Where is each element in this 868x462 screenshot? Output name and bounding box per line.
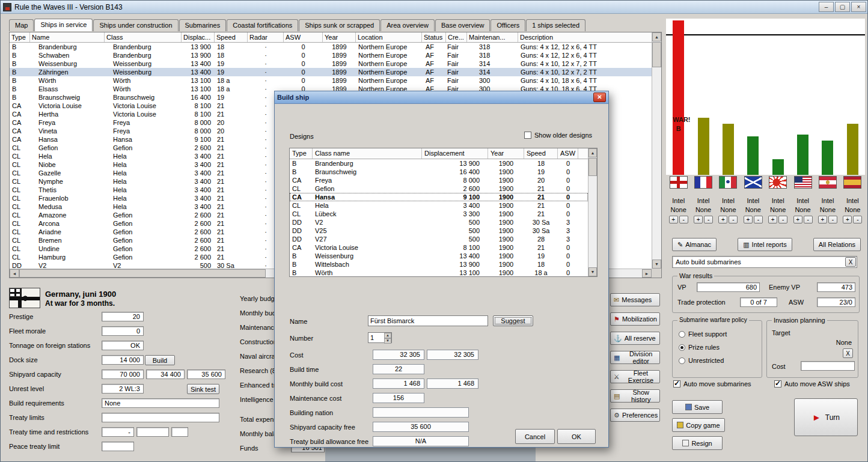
auto-build-close-button[interactable]: X bbox=[845, 257, 856, 267]
relation-plus-button[interactable]: + bbox=[793, 216, 802, 223]
ship-name-input[interactable] bbox=[368, 315, 488, 326]
col-speed[interactable]: Speed bbox=[215, 32, 248, 42]
design-row[interactable]: B Weissenburg 13 400 1900 19 0 bbox=[290, 252, 588, 260]
col-speed[interactable]: Speed bbox=[524, 148, 558, 159]
relation-minus-button[interactable]: - bbox=[804, 216, 813, 223]
minimize-button[interactable]: – bbox=[819, 2, 834, 12]
scroll-down-icon[interactable]: ▼ bbox=[588, 267, 597, 276]
invasion-clear-button[interactable]: X bbox=[843, 348, 853, 358]
ship-table-row[interactable]: B Wörth Wörth 13 100 18 a · 0 1899 North… bbox=[10, 76, 652, 85]
intel-link[interactable]: Intel bbox=[722, 197, 735, 204]
design-row[interactable]: DD V25 500 1900 30 Sa 3 bbox=[290, 226, 588, 235]
design-row[interactable]: CL Gefion 2 600 1900 21 0 bbox=[290, 184, 588, 193]
scrollbar-thumb[interactable] bbox=[19, 269, 266, 278]
design-row[interactable]: CL Lübeck 3 300 1900 21 0 bbox=[290, 210, 588, 218]
tab-ships-sunk-or-scrapped[interactable]: Ships sunk or scrapped bbox=[299, 19, 380, 31]
design-row[interactable]: DD V2 500 1900 30 Sa 3 bbox=[290, 218, 588, 226]
suggest-button[interactable]: Suggest bbox=[493, 315, 533, 326]
col-type[interactable]: Type bbox=[10, 32, 30, 42]
relation-minus-button[interactable]: - bbox=[778, 216, 787, 223]
resign-button[interactable]: Resign bbox=[672, 436, 723, 450]
almanac-button[interactable]: ✎ Almanac bbox=[672, 238, 717, 251]
tab-ships-under-construction[interactable]: Ships under construction bbox=[93, 19, 178, 31]
ok-button[interactable]: OK bbox=[557, 429, 596, 444]
tab-area-overview[interactable]: Area overview bbox=[381, 19, 435, 31]
tab-coastal-fortifications[interactable]: Coastal fortifications bbox=[227, 19, 298, 31]
design-row[interactable]: B Wittelsbach 13 900 1900 18 0 bbox=[290, 260, 588, 269]
close-button[interactable]: × bbox=[851, 2, 866, 12]
col-asw[interactable]: ASW bbox=[558, 148, 578, 159]
ship-table-row[interactable]: B Weissenburg Weissenburg 13 400 19 · 0 … bbox=[10, 59, 652, 68]
intel-reports-button[interactable]: ▥ Intel reports bbox=[738, 238, 792, 251]
radio-fleet-support[interactable]: Fleet support bbox=[679, 330, 727, 338]
relation-minus-button[interactable]: - bbox=[754, 216, 763, 223]
show-older-designs-checkbox[interactable]: Show older designs bbox=[524, 132, 592, 139]
number-input[interactable] bbox=[368, 333, 384, 342]
intel-link[interactable]: Intel bbox=[672, 197, 685, 204]
col-type[interactable]: Type bbox=[290, 148, 313, 159]
all-reserve-button[interactable]: ⚓ All reserve bbox=[610, 332, 660, 345]
radio-icon[interactable] bbox=[679, 344, 685, 351]
stepper-up-icon[interactable]: ▲ bbox=[384, 333, 391, 338]
design-row[interactable]: B Wörth 13 100 1900 18 a 0 bbox=[290, 269, 588, 276]
relation-plus-button[interactable]: + bbox=[694, 216, 703, 223]
all-relations-button[interactable]: All Relations bbox=[813, 238, 861, 251]
tab-ships-in-service[interactable]: Ships in service bbox=[34, 19, 93, 31]
relation-plus-button[interactable]: + bbox=[843, 216, 852, 223]
copy-game-button[interactable]: Copy game bbox=[672, 418, 725, 432]
intel-link[interactable]: Intel bbox=[796, 197, 809, 204]
design-row[interactable]: B Brandenburg 13 900 1900 18 0 bbox=[290, 159, 588, 168]
designs-scrollbar[interactable]: ▲ ▼ bbox=[588, 148, 597, 276]
dialog-close-icon[interactable]: ✕ bbox=[593, 93, 606, 102]
tab-officers[interactable]: Officers bbox=[491, 19, 525, 31]
col-displacement[interactable]: Displacement bbox=[422, 148, 488, 159]
checkbox-icon[interactable] bbox=[774, 380, 781, 388]
relation-minus-button[interactable]: - bbox=[853, 216, 862, 223]
restore-button[interactable]: ▢ bbox=[835, 2, 850, 12]
scroll-left-icon[interactable]: ◄ bbox=[10, 269, 19, 278]
col-class-name[interactable]: Class name bbox=[313, 148, 422, 159]
design-row[interactable]: CA Freya 8 000 1900 20 0 bbox=[290, 176, 588, 184]
vertical-scrollbar[interactable]: ▲ ▼ bbox=[652, 32, 661, 269]
col-radar[interactable]: Radar bbox=[248, 32, 284, 42]
relation-minus-button[interactable]: - bbox=[729, 216, 738, 223]
ship-table-row[interactable]: B Brandenburg Brandenburg 13 900 18 · 0 … bbox=[10, 43, 652, 51]
checkbox-icon[interactable] bbox=[524, 132, 531, 139]
auto-move-asw-checkbox[interactable]: Auto move ASW ships bbox=[774, 380, 850, 388]
relation-plus-button[interactable]: + bbox=[744, 216, 753, 223]
ship-table-row[interactable]: B Zähringen Weissenburg 13 400 19 · 0 18… bbox=[10, 68, 652, 76]
mobilization-button[interactable]: ⚑ Mobilization bbox=[610, 312, 660, 326]
design-row[interactable]: CA Hansa 9 100 1900 21 0 bbox=[290, 193, 588, 201]
scroll-down-icon[interactable]: ▼ bbox=[652, 260, 661, 269]
scrollbar-thumb[interactable] bbox=[588, 158, 597, 176]
intel-link[interactable]: Intel bbox=[822, 197, 834, 204]
col-maintenance[interactable]: Maintenan... bbox=[467, 32, 518, 42]
col-location[interactable]: Location bbox=[356, 32, 422, 42]
relation-plus-button[interactable]: + bbox=[718, 216, 727, 223]
number-stepper[interactable]: ▲▼ bbox=[368, 332, 392, 343]
show-history-button[interactable]: ▤ Show history bbox=[610, 389, 660, 403]
intel-link[interactable]: Intel bbox=[747, 197, 759, 204]
relation-minus-button[interactable]: - bbox=[828, 216, 837, 223]
design-row[interactable]: CA Victoria Louise 8 100 1900 21 0 bbox=[290, 243, 588, 252]
tab-map[interactable]: Map bbox=[9, 19, 34, 31]
relation-plus-button[interactable]: + bbox=[669, 216, 678, 223]
design-row[interactable]: CL Hela 3 400 1900 21 0 bbox=[290, 201, 588, 210]
tab-base-overview[interactable]: Base overview bbox=[435, 19, 491, 31]
auto-move-submarines-checkbox[interactable]: Auto move submarines bbox=[673, 380, 751, 388]
col-year[interactable]: Year bbox=[488, 148, 524, 159]
scroll-up-icon[interactable]: ▲ bbox=[652, 32, 661, 41]
dialog-title-bar[interactable]: Build ship ✕ bbox=[275, 91, 608, 104]
messages-button[interactable]: ✉ Messages bbox=[610, 293, 660, 306]
fleet-exercise-button[interactable]: ⚔ Fleet Exercise bbox=[610, 370, 660, 383]
radio-unrestricted[interactable]: Unrestricted bbox=[679, 357, 724, 364]
turn-button[interactable]: ► Turn bbox=[794, 398, 858, 436]
intel-link[interactable]: Intel bbox=[772, 197, 784, 204]
division-editor-button[interactable]: ▦ Division editor bbox=[610, 351, 660, 364]
ship-table-row[interactable]: B Schwaben Brandenburg 13 900 18 · 0 189… bbox=[10, 51, 652, 59]
sink-test-button[interactable]: Sink test bbox=[187, 384, 219, 394]
radio-icon[interactable] bbox=[679, 331, 685, 338]
relation-plus-button[interactable]: + bbox=[818, 216, 827, 223]
preferences-button[interactable]: ⚙ Preferences bbox=[610, 409, 660, 422]
col-year[interactable]: Year bbox=[323, 32, 356, 42]
